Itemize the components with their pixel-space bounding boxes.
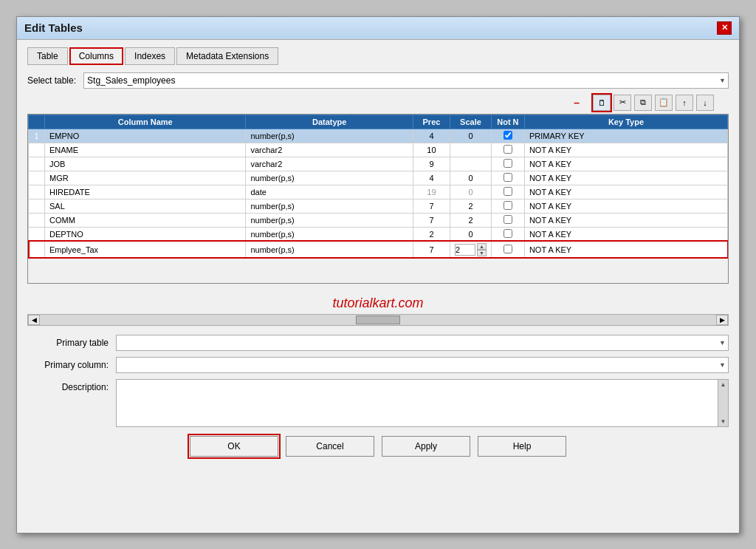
not-null-checkbox[interactable] [504,159,512,168]
column-name-cell[interactable]: Emplyee_Tax [45,241,246,258]
key-type-cell[interactable]: NOT A KEY [524,143,727,157]
not-null-checkbox[interactable] [504,131,512,140]
cancel-button[interactable]: Cancel [286,436,374,457]
not-null-cell[interactable] [491,227,524,241]
scale-cell[interactable]: 0 [450,129,491,143]
grid-header-keytype[interactable]: Key Type [524,115,727,129]
prec-cell[interactable]: 9 [413,157,450,171]
tab-table[interactable]: Table [27,47,68,65]
select-table-dropdown[interactable]: Stg_Sales_employees [83,72,729,89]
prec-cell[interactable]: 7 [413,241,450,258]
column-name-cell[interactable]: COMM [45,213,246,227]
primary-column-dropdown[interactable] [116,357,729,373]
scroll-left-arrow[interactable]: ◀ [28,315,40,325]
key-type-cell[interactable]: NOT A KEY [524,171,727,185]
not-null-checkbox[interactable] [504,245,512,253]
column-name-cell[interactable]: HIREDATE [45,185,246,199]
scale-cell[interactable]: 0 [450,227,491,241]
prec-cell[interactable]: 10 [413,143,450,157]
primary-table-dropdown[interactable] [116,335,729,351]
grid-header-datatype[interactable]: Datatype [246,115,413,129]
not-null-checkbox[interactable] [504,215,512,224]
datatype-cell[interactable]: varchar2 [246,143,413,157]
prec-cell[interactable]: 2 [413,227,450,241]
not-null-checkbox[interactable] [504,229,512,238]
key-type-cell[interactable]: NOT A KEY [524,157,727,171]
not-null-cell[interactable] [491,129,524,143]
description-scrollbar[interactable]: ▲ ▼ [718,380,728,426]
column-name-cell[interactable]: ENAME [45,143,246,157]
grid-header-prec[interactable]: Prec [413,115,450,129]
grid-header-scale[interactable]: Scale [450,115,491,129]
datatype-cell[interactable]: number(p,s) [246,213,413,227]
not-null-checkbox[interactable] [504,201,512,210]
grid-header-column-name[interactable]: Column Name [45,115,246,129]
desc-scroll-down[interactable]: ▼ [721,418,726,425]
grid-header-notnull[interactable]: Not N [491,115,524,129]
move-up-button[interactable]: ↑ [676,95,693,111]
table-row[interactable]: 9Emplyee_Taxnumber(p,s)7▲▼NOT A KEY [29,241,728,258]
column-name-cell[interactable]: MGR [45,171,246,185]
scroll-track-h[interactable] [40,315,716,325]
ok-button[interactable]: OK [190,436,278,457]
paste-button[interactable]: 📋 [655,95,673,111]
desc-scroll-up[interactable]: ▲ [721,381,726,388]
cut-button[interactable]: ✂ [614,95,631,111]
scale-cell[interactable]: 0 [450,185,491,199]
key-type-cell[interactable]: PRIMARY KEY [524,129,727,143]
not-null-cell[interactable] [491,185,524,199]
column-name-cell[interactable]: EMPNO [45,129,246,143]
prec-cell[interactable]: 7 [413,213,450,227]
scale-cell[interactable] [450,157,491,171]
scale-cell[interactable]: 2 [450,213,491,227]
copy-button[interactable]: ⧉ [634,95,652,111]
datatype-cell[interactable]: number(p,s) [246,171,413,185]
table-row[interactable]: 4MGRnumber(p,s)40NOT A KEY [29,171,728,185]
key-type-cell[interactable]: NOT A KEY [524,241,727,258]
not-null-checkbox[interactable] [504,145,512,154]
table-row[interactable]: 3JOBvarchar29NOT A KEY [29,157,728,171]
minus-button[interactable]: – [569,95,584,110]
key-type-cell[interactable]: NOT A KEY [524,213,727,227]
table-row[interactable]: 2ENAMEvarchar210NOT A KEY [29,143,728,157]
not-null-cell[interactable] [491,157,524,171]
scale-cell[interactable]: 2 [450,199,491,213]
prec-cell[interactable]: 4 [413,171,450,185]
table-row[interactable]: 1EMPNOnumber(p,s)40PRIMARY KEY [29,129,728,143]
datatype-cell[interactable]: number(p,s) [246,227,413,241]
scale-down-arrow[interactable]: ▼ [477,250,487,256]
tab-metadata-extensions[interactable]: Metadata Extensions [176,47,278,65]
key-type-cell[interactable]: NOT A KEY [524,185,727,199]
column-name-cell[interactable]: DEPTNO [45,227,246,241]
datatype-cell[interactable]: date [246,185,413,199]
column-name-cell[interactable]: SAL [45,199,246,213]
not-null-cell[interactable] [491,199,524,213]
prec-cell[interactable]: 19 [413,185,450,199]
horizontal-scrollbar[interactable]: ◀ ▶ [27,314,729,326]
table-row[interactable]: 5HIREDATEdate190NOT A KEY [29,185,728,199]
scale-up-arrow[interactable]: ▲ [477,243,487,250]
datatype-cell[interactable]: number(p,s) [246,199,413,213]
description-field[interactable]: ▲ ▼ [116,379,729,427]
table-row[interactable]: 6SALnumber(p,s)72NOT A KEY [29,199,728,213]
not-null-checkbox[interactable] [504,187,512,196]
apply-button[interactable]: Apply [382,436,470,457]
tab-indexes[interactable]: Indexes [125,47,175,65]
columns-grid[interactable]: Column Name Datatype Prec Scale Not N Ke… [27,114,729,284]
prec-cell[interactable]: 7 [413,199,450,213]
help-button[interactable]: Help [478,436,566,457]
tab-columns[interactable]: Columns [69,47,123,65]
table-row[interactable]: 8DEPTNOnumber(p,s)20NOT A KEY [29,227,728,241]
not-null-cell[interactable] [491,143,524,157]
new-row-button[interactable]: 🗒 [593,95,611,111]
key-type-cell[interactable]: NOT A KEY [524,199,727,213]
table-row[interactable]: 7COMMnumber(p,s)72NOT A KEY [29,213,728,227]
scale-cell[interactable] [450,143,491,157]
scale-cell[interactable]: ▲▼ [450,241,491,258]
datatype-cell[interactable]: number(p,s) [246,129,413,143]
not-null-checkbox[interactable] [504,173,512,182]
scale-input[interactable] [455,244,475,256]
key-type-cell[interactable]: NOT A KEY [524,227,727,241]
prec-cell[interactable]: 4 [413,129,450,143]
column-name-cell[interactable]: JOB [45,157,246,171]
